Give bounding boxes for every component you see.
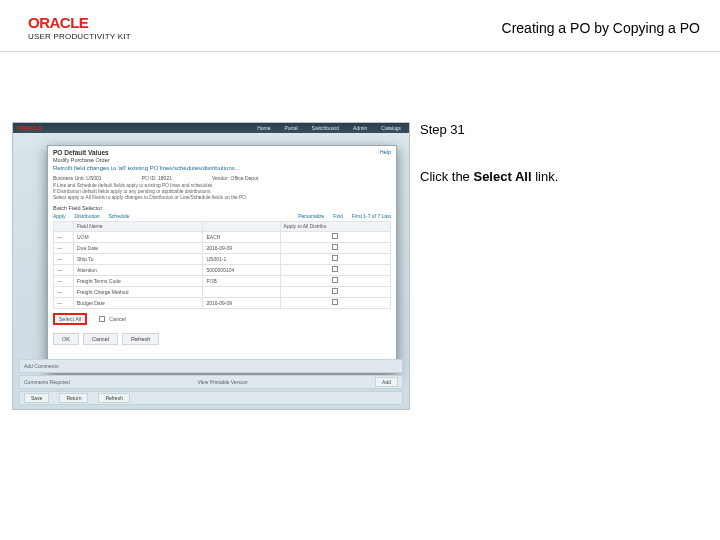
instruction-pane: Step 31 Click the Select All link. (420, 52, 710, 420)
checkbox[interactable] (332, 244, 338, 250)
footer-row-3: Save Return Refresh (19, 391, 403, 405)
app-brand: ORACLE (17, 125, 42, 131)
grid-toolbar: Apply Distribution Schedule Personalize … (48, 211, 396, 221)
cancel-link[interactable]: Cancel (109, 316, 126, 322)
toolbar-distribution[interactable]: Distribution (75, 213, 100, 219)
modal-subtitle: Modify Purchase Order (48, 157, 396, 164)
toolbar-apply[interactable]: Apply (53, 213, 66, 219)
checkbox[interactable] (332, 299, 338, 305)
oracle-logo: ORACLE (28, 14, 131, 31)
select-all-link-highlight[interactable]: Select All (53, 313, 87, 325)
topic-title: Creating a PO by Copying a PO (502, 20, 706, 36)
grid-header-fieldname: Field Name (74, 221, 203, 231)
modal-po-defaults: Help PO Default Values Modify Purchase O… (47, 145, 397, 373)
checkbox[interactable] (99, 316, 105, 322)
toolbar-paging: First 1-7 of 7 Last (352, 213, 391, 219)
refresh-button-footer[interactable]: Refresh (98, 393, 130, 403)
checkbox[interactable] (332, 266, 338, 272)
bottom-button-row: OK Cancel Refresh (48, 329, 396, 349)
footer-label: Add Comments (24, 363, 58, 369)
table-row: —Freight Charge Method (54, 286, 391, 297)
table-row: —Budget Date2016-09-09 (54, 297, 391, 308)
screenshot-thumbnail: ORACLE Home Portal Switchboard Admin Cat… (12, 122, 410, 410)
footer-left: Comments Required (24, 379, 70, 385)
select-all-link: Select All (59, 316, 82, 322)
save-button[interactable]: Save (24, 393, 49, 403)
id-poid: PO ID: 18021 (142, 175, 172, 181)
field-grid: Field Name Apply to All Distribs —UOMEAC… (53, 221, 391, 309)
id-bu: Business Unit: US001 (53, 175, 102, 181)
screenshot-pane: ORACLE Home Portal Switchboard Admin Cat… (0, 52, 420, 420)
checkbox[interactable] (332, 233, 338, 239)
grid-header-blank (54, 221, 74, 231)
table-row: —Due Date2016-09-09 (54, 242, 391, 253)
footer-row-2: Comments Required View Printable Version… (19, 375, 403, 389)
checkbox[interactable] (332, 288, 338, 294)
info-block: If Line and Schedule default fields appl… (48, 183, 396, 203)
section-head: Batch Field Selector (48, 203, 396, 211)
instruction-target: Select All (473, 169, 531, 184)
modal-title: PO Default Values (48, 146, 396, 157)
grid-header-value (203, 221, 280, 231)
table-row: —Attention5000000104 (54, 264, 391, 275)
step-label: Step 31 (420, 122, 700, 137)
cancel-button[interactable]: Cancel (83, 333, 118, 345)
instruction-suffix: link. (532, 169, 559, 184)
footer-center[interactable]: View Printable Version (198, 379, 248, 385)
upk-subbrand: USER PRODUCTIVITY KIT (28, 32, 131, 41)
table-row: —Freight Terms CodeFOB (54, 275, 391, 286)
nav-item[interactable]: Admin (353, 125, 367, 131)
id-row: Business Unit: US001 PO ID: 18021 Vendor… (48, 175, 396, 183)
id-vendor: Vendor: Office Depot (212, 175, 258, 181)
toolbar-personalize[interactable]: Personalize (298, 213, 324, 219)
footer-row-1: Add Comments (19, 359, 403, 373)
help-link[interactable]: Help (380, 149, 391, 155)
add-button[interactable]: Add (375, 377, 398, 387)
grid-header-apply: Apply to All Distribs (280, 221, 390, 231)
toolbar-schedule[interactable]: Schedule (109, 213, 130, 219)
app-nav: Home Portal Switchboard Admin Catalogs (257, 125, 401, 131)
nav-item[interactable]: Switchboard (312, 125, 340, 131)
toolbar-find[interactable]: Find (333, 213, 343, 219)
instruction-prefix: Click the (420, 169, 473, 184)
ok-button[interactable]: OK (53, 333, 79, 345)
header-bar: ORACLE USER PRODUCTIVITY KIT Creating a … (0, 0, 720, 52)
instruction-text: Click the Select All link. (420, 169, 700, 184)
table-row: —Ship ToUS001-1 (54, 253, 391, 264)
refresh-button[interactable]: Refresh (122, 333, 159, 345)
nav-item[interactable]: Catalogs (381, 125, 401, 131)
checkbox[interactable] (332, 277, 338, 283)
modal-blue-line: Retrofit field changes to 'all' existing… (48, 164, 396, 175)
logo-block: ORACLE USER PRODUCTIVITY KIT (28, 14, 131, 41)
content: ORACLE Home Portal Switchboard Admin Cat… (0, 52, 720, 420)
nav-item[interactable]: Home (257, 125, 270, 131)
action-row: Select All Cancel (48, 309, 396, 329)
nav-item[interactable]: Portal (285, 125, 298, 131)
return-button[interactable]: Return (59, 393, 88, 403)
checkbox[interactable] (332, 255, 338, 261)
table-row: —UOMEACH (54, 231, 391, 242)
